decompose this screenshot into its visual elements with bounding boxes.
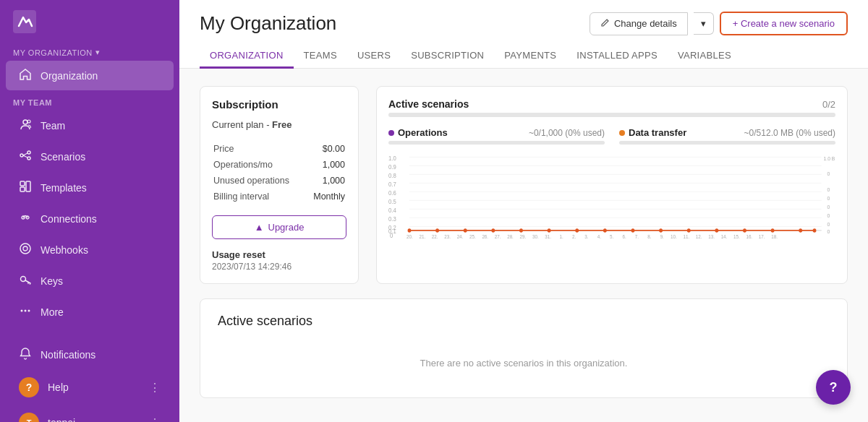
team-section-label: MY TEAM bbox=[0, 91, 179, 110]
sidebar-item-connections[interactable]: Connections bbox=[6, 204, 174, 233]
plan-value-billing: Monthly bbox=[307, 189, 345, 204]
user-left: T teppei bbox=[19, 413, 75, 422]
change-details-button[interactable]: Change details bbox=[590, 12, 688, 35]
active-scenarios-section: Active scenarios There are no active sce… bbox=[200, 298, 848, 398]
svg-point-56 bbox=[631, 228, 635, 232]
active-scenarios-section-title: Active scenarios bbox=[218, 314, 830, 329]
sidebar-item-scenarios[interactable]: Scenarios bbox=[6, 142, 174, 171]
floating-help-button[interactable]: ? bbox=[816, 370, 851, 405]
svg-point-53 bbox=[548, 228, 551, 232]
upgrade-icon: ▲ bbox=[255, 222, 264, 233]
svg-text:6.: 6. bbox=[622, 233, 626, 238]
svg-point-54 bbox=[575, 228, 579, 232]
plan-table: Price $0.00 Operations/mo 1,000 Unused o… bbox=[212, 140, 346, 205]
svg-text:0.5: 0.5 bbox=[388, 198, 396, 205]
help-options-icon[interactable]: ⋮ bbox=[149, 381, 161, 395]
usage-reset: Usage reset 2023/07/13 14:29:46 bbox=[212, 249, 346, 272]
svg-text:21.: 21. bbox=[419, 233, 425, 238]
home-icon bbox=[19, 68, 32, 83]
sidebar-item-webhooks[interactable]: Webhooks bbox=[6, 235, 174, 264]
svg-text:2.: 2. bbox=[572, 233, 576, 238]
sidebar-item-team[interactable]: Team bbox=[6, 111, 174, 140]
svg-point-49 bbox=[435, 228, 439, 232]
sidebar-item-more[interactable]: More bbox=[6, 297, 174, 327]
ops-usage: ~0/1,000 (0% used) bbox=[529, 128, 605, 138]
svg-text:27.: 27. bbox=[495, 233, 501, 238]
svg-text:1.0 B: 1.0 B bbox=[824, 155, 835, 162]
svg-text:0.9: 0.9 bbox=[388, 163, 396, 171]
sidebar-item-keys[interactable]: Keys bbox=[6, 266, 174, 296]
svg-text:10.: 10. bbox=[671, 233, 677, 238]
keys-icon bbox=[19, 273, 32, 288]
svg-point-5 bbox=[27, 157, 30, 160]
change-details-caret-button[interactable]: ▾ bbox=[694, 12, 714, 35]
sidebar-item-notifications[interactable]: Notifications bbox=[6, 340, 174, 369]
svg-point-59 bbox=[715, 228, 718, 232]
org-section-label[interactable]: MY ORGANIZATION ▾ bbox=[0, 43, 179, 60]
main-content: Subscription Current plan - Free Price $… bbox=[179, 69, 868, 422]
ops-bar bbox=[388, 141, 605, 145]
webhooks-icon bbox=[19, 242, 32, 257]
svg-text:24.: 24. bbox=[457, 233, 464, 238]
page-title: My Organization bbox=[200, 12, 336, 35]
svg-rect-8 bbox=[20, 181, 25, 186]
svg-text:15.: 15. bbox=[733, 233, 740, 238]
create-scenario-button[interactable]: + Create a new scenario bbox=[720, 12, 848, 35]
svg-text:0.3: 0.3 bbox=[388, 215, 396, 223]
plan-value-ops: 1,000 bbox=[307, 158, 345, 172]
tab-installed-apps[interactable]: INSTALLED APPS bbox=[566, 44, 668, 69]
svg-point-58 bbox=[687, 228, 691, 232]
svg-text:0: 0 bbox=[827, 170, 830, 177]
svg-text:0.7: 0.7 bbox=[388, 181, 396, 188]
upgrade-button[interactable]: ▲ Upgrade bbox=[212, 215, 346, 239]
sidebar-item-help[interactable]: ? Help ⋮ bbox=[6, 370, 174, 405]
chart-area: 1.0 0.9 0.8 0.7 0.6 0.5 0.4 0.3 0.2 0.1 … bbox=[388, 153, 835, 240]
header-tabs: ORGANIZATION TEAMS USERS SUBSCRIPTION PA… bbox=[200, 44, 848, 68]
sidebar-item-organization[interactable]: Organization bbox=[6, 61, 174, 90]
svg-point-50 bbox=[464, 228, 467, 232]
svg-text:26.: 26. bbox=[482, 233, 488, 238]
svg-text:0: 0 bbox=[827, 228, 830, 236]
svg-point-14 bbox=[23, 246, 27, 251]
svg-text:18.: 18. bbox=[771, 233, 778, 238]
help-label: Help bbox=[48, 382, 69, 393]
svg-text:0: 0 bbox=[827, 221, 830, 228]
user-options-icon[interactable]: ⋮ bbox=[149, 416, 161, 423]
tab-teams[interactable]: TEAMS bbox=[294, 44, 347, 69]
svg-text:7.: 7. bbox=[635, 233, 639, 238]
sidebar-item-templates[interactable]: Templates bbox=[6, 173, 174, 202]
ops-header: Operations ~0/1,000 (0% used) bbox=[388, 127, 605, 138]
svg-text:0.8: 0.8 bbox=[388, 172, 396, 179]
tab-variables[interactable]: VARIABLES bbox=[668, 44, 741, 69]
subscription-title: Subscription bbox=[212, 98, 346, 111]
usage-reset-date: 2023/07/13 14:29:46 bbox=[212, 262, 346, 272]
tab-subscription[interactable]: SUBSCRIPTION bbox=[401, 44, 494, 69]
logo-area bbox=[0, 0, 179, 43]
sidebar-item-user[interactable]: T teppei ⋮ bbox=[6, 405, 174, 422]
sidebar-bottom: Notifications ? Help ⋮ T teppei ⋮ bbox=[0, 339, 179, 422]
svg-text:22.: 22. bbox=[432, 233, 438, 238]
svg-text:0.6: 0.6 bbox=[388, 189, 396, 197]
tab-users[interactable]: USERS bbox=[347, 44, 401, 69]
svg-text:12.: 12. bbox=[696, 233, 702, 238]
svg-text:0: 0 bbox=[390, 232, 393, 239]
subscription-card: Subscription Current plan - Free Price $… bbox=[200, 86, 359, 284]
floating-help-icon: ? bbox=[830, 380, 838, 395]
tab-payments[interactable]: PAYMENTS bbox=[494, 44, 566, 69]
svg-text:4.: 4. bbox=[597, 233, 601, 238]
plan-label: Current plan - Free bbox=[212, 119, 346, 130]
templates-label: Templates bbox=[41, 182, 87, 194]
svg-point-17 bbox=[25, 310, 27, 312]
svg-text:31.: 31. bbox=[545, 233, 551, 238]
help-left: ? Help bbox=[19, 377, 69, 397]
svg-point-52 bbox=[519, 228, 523, 232]
chart-svg: 1.0 0.9 0.8 0.7 0.6 0.5 0.4 0.3 0.2 0.1 … bbox=[388, 153, 835, 240]
app-logo[interactable] bbox=[13, 10, 36, 33]
svg-text:0: 0 bbox=[827, 204, 830, 211]
usage-reset-title: Usage reset bbox=[212, 249, 346, 260]
svg-point-57 bbox=[659, 228, 663, 232]
svg-text:30.: 30. bbox=[532, 233, 539, 238]
tab-organization[interactable]: ORGANIZATION bbox=[200, 44, 294, 69]
svg-point-55 bbox=[603, 228, 607, 232]
svg-line-6 bbox=[23, 153, 27, 155]
